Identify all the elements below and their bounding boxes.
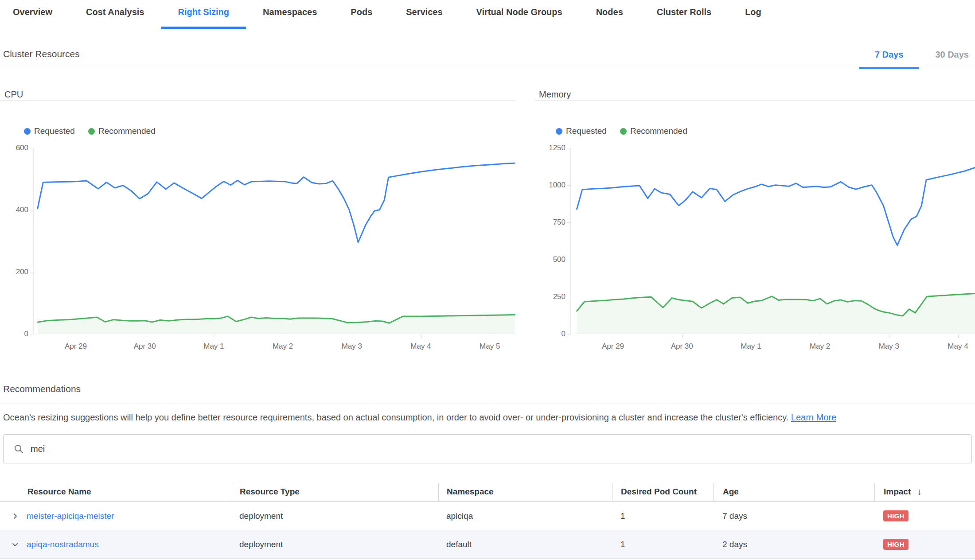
column-header-label: Resource Name [27,487,91,497]
nav-tab-log[interactable]: Log [728,0,778,29]
recommendations-description-text: Ocean's resizing suggestions will help y… [3,412,791,422]
y-axis-label: 0 [2,330,28,338]
column-header-label: Namespace [447,487,494,497]
chart-title-border-memory [534,100,975,101]
x-tick-mark [421,334,421,338]
plot-cpu [33,148,515,334]
x-axis-label: Apr 30 [134,342,156,351]
age-cell: 7 days [713,511,874,521]
chart-svg-cpu [34,148,515,334]
legend-dot-requested-icon [24,128,31,135]
table-row[interactable]: meister-apiciqa-meisterdeploymentapiciqa… [0,502,975,530]
x-tick-mark [889,334,889,338]
y-tick-mark [567,185,570,186]
nav-tab-overview[interactable]: Overview [0,0,69,29]
desired-pod-count-cell: 1 [612,540,713,549]
x-axis-label: May 5 [480,342,500,351]
x-tick-mark [958,334,959,338]
nav-tab-virtual-node-groups[interactable]: Virtual Node Groups [460,0,579,29]
column-header-age[interactable]: Age [713,483,874,501]
column-header-resource-type[interactable]: Resource Type [232,483,438,501]
recommended-area-cpu [38,315,515,334]
requested-line-memory [577,167,975,245]
nav-tab-pods[interactable]: Pods [334,0,389,29]
right-sizing-page: OverviewCost AnalysisRight SizingNamespa… [0,0,975,560]
search-box[interactable] [3,434,972,463]
nav-tab-namespaces[interactable]: Namespaces [246,0,334,29]
recommended-area-memory [577,294,975,334]
x-tick-mark [214,334,214,338]
impact-cell: HIGH [874,510,975,521]
x-axis-label: May 3 [879,342,899,351]
x-axis-label: Apr 30 [671,342,693,351]
resource-name-link[interactable]: meister-apiciqa-meister [27,511,114,521]
legend-item-requested[interactable]: Requested [556,126,607,136]
column-header-namespace[interactable]: Namespace [438,483,612,501]
y-axis-label: 750 [539,218,566,227]
nav-tab-services[interactable]: Services [389,0,459,29]
table-body: meister-apiciqa-meisterdeploymentapiciqa… [0,502,975,559]
legend-label: Requested [34,126,75,136]
range-tab-7-days[interactable]: 7 Days [859,48,920,69]
namespace-cell: apiciqa [438,511,612,521]
nav-tab-cost-analysis[interactable]: Cost Analysis [69,0,161,29]
legend-item-recommended[interactable]: Recommended [620,126,687,136]
y-axis-label: 1000 [539,181,566,190]
chart-legend-cpu: RequestedRecommended [24,126,156,136]
legend-dot-requested-icon [556,128,562,135]
y-tick-mark [567,297,570,297]
requested-line-cpu [38,163,515,242]
learn-more-link[interactable]: Learn More [791,412,836,422]
column-header-label: Impact [884,487,911,497]
y-tick-mark [30,272,33,272]
age-cell: 2 days [713,540,874,549]
x-axis-label: May 3 [342,342,362,351]
page-title: Cluster Resources [3,49,80,59]
x-axis-label: May 1 [203,342,224,351]
chevron-down-icon[interactable] [11,540,20,549]
search-input[interactable] [31,444,962,454]
x-tick-mark [751,334,751,338]
x-axis-label: Apr 29 [602,342,624,351]
x-axis-label: May 2 [273,342,293,351]
legend-label: Requested [566,126,607,136]
y-axis-label: 200 [2,268,28,276]
y-tick-mark [567,222,570,223]
chart-title-memory: Memory [539,89,571,100]
y-axis-label: 500 [539,255,566,264]
x-axis-label: May 2 [810,342,830,351]
x-axis-label: Apr 29 [65,342,87,351]
legend-label: Recommended [630,126,687,136]
column-header-resource-name[interactable]: Resource Name [0,483,232,501]
resource-name-link[interactable]: apiqa-nostradamus [27,540,99,549]
legend-item-requested[interactable]: Requested [24,126,75,136]
y-tick-mark [567,148,570,148]
table-row[interactable]: apiqa-nostradamusdeploymentdefault12 day… [0,530,975,559]
sort-desc-icon[interactable]: ↓ [917,486,922,497]
x-axis-label: May 4 [410,342,431,351]
column-header-label: Resource Type [240,487,300,497]
recommendations-divider [0,404,975,404]
time-range-tabs: 7 Days30 Days [859,48,975,69]
nav-tab-nodes[interactable]: Nodes [579,0,640,29]
x-tick-mark [145,334,145,338]
recommendations-title: Recommendations [3,384,81,394]
nav-tab-cluster-rolls[interactable]: Cluster Rolls [640,0,728,29]
y-axis-label: 1250 [539,144,566,152]
range-tab-30-days[interactable]: 30 Days [919,48,975,69]
impact-badge: HIGH [883,539,909,550]
chevron-right-icon[interactable] [11,512,20,521]
resource-name-cell: apiqa-nostradamus [0,540,232,549]
column-header-desired-pod-count[interactable]: Desired Pod Count [612,483,713,501]
y-tick-mark [30,148,33,148]
chart-title-border-cpu [0,100,515,101]
top-nav-tabs: OverviewCost AnalysisRight SizingNamespa… [0,0,975,29]
column-header-impact[interactable]: Impact↓ [874,483,975,501]
y-axis-label: 0 [539,330,566,338]
legend-dot-recommended-icon [620,128,627,135]
nav-tab-right-sizing[interactable]: Right Sizing [161,0,246,29]
y-tick-mark [567,334,570,334]
x-axis-label: May 1 [741,342,761,351]
column-header-label: Desired Pod Count [621,487,697,497]
legend-item-recommended[interactable]: Recommended [88,126,156,136]
